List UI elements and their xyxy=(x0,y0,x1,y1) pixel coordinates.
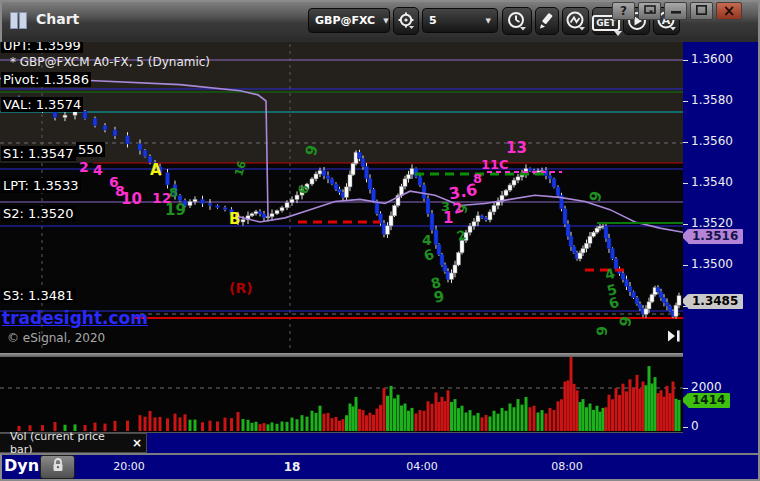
wave-count-annotation: A xyxy=(150,163,162,178)
price-axis-tick xyxy=(683,265,688,266)
pivot-level-label: Pivot: 1.3586 xyxy=(1,72,91,87)
lock-button[interactable] xyxy=(40,455,75,479)
wave-count-annotation: 4 xyxy=(93,163,103,177)
symbol-dropdown[interactable]: GBP@FXC ▼ xyxy=(308,8,390,33)
symbol-dropdown-value: GBP@FXC xyxy=(315,14,375,27)
price-pane: * GBP@FXCM A0-FX, 5 (Dynamic) tradesight… xyxy=(0,42,683,353)
volume-axis-label: 0 xyxy=(691,419,699,433)
interval-dropdown[interactable]: 5 ▼ xyxy=(422,8,498,33)
candlestick-plot xyxy=(0,42,683,353)
volume-axis-tick xyxy=(683,427,688,428)
copyright-text: © eSignal, 2020 xyxy=(7,331,105,345)
badge-arrow xyxy=(683,229,688,243)
watermark-link[interactable]: tradesight.com xyxy=(2,308,148,328)
lock-icon xyxy=(50,457,66,477)
pivot-level-label: UPT: 1.3599 xyxy=(1,42,83,53)
tab-close-icon[interactable]: × xyxy=(132,436,142,450)
price-axis-panel: 1.36001.35801.35601.35401.35201.35001.34… xyxy=(683,42,758,455)
pencil-icon xyxy=(538,12,556,30)
wave-count-annotation: 11C xyxy=(481,158,509,171)
time-axis-label: 20:00 xyxy=(105,460,153,473)
badge-arrow xyxy=(683,393,688,407)
price-axis-label: 1.3520 xyxy=(691,216,733,230)
price-axis-tick xyxy=(683,60,688,61)
wave-count-annotation: B xyxy=(229,212,240,227)
help-icon: ? xyxy=(620,4,627,18)
symbol-title: * GBP@FXCM A0-FX, 5 (Dynamic) xyxy=(10,55,210,69)
time-axis-bar: Dyn 20:001804:0008:00 xyxy=(2,455,758,479)
pivot-level-label: 550 xyxy=(76,142,105,157)
chevron-down-icon: ▼ xyxy=(478,17,491,25)
minimize-icon xyxy=(671,4,681,18)
wave-count-annotation: 10 xyxy=(121,192,142,207)
pivot-level-label: LPT: 1.3533 xyxy=(1,178,81,193)
close-button[interactable]: × xyxy=(716,2,742,20)
price-axis-tick xyxy=(683,101,688,102)
gear-button[interactable] xyxy=(393,7,419,35)
pivot-level-label: S1: 1.3547 xyxy=(1,146,76,161)
volume-plot xyxy=(0,357,683,432)
interval-dropdown-value: 5 xyxy=(429,14,437,27)
price-axis-label: 1.3580 xyxy=(691,93,733,107)
clock-icon xyxy=(506,10,528,32)
maximize-icon xyxy=(696,4,707,18)
line-tools-button[interactable] xyxy=(562,7,589,35)
indicator-tab-row: Vol (current price bar) × xyxy=(0,433,683,453)
help-button[interactable]: ? xyxy=(612,2,635,20)
price-axis-label: 1.3600 xyxy=(691,52,733,66)
skip-to-end-button[interactable] xyxy=(664,328,683,344)
price-axis-label: 1.3560 xyxy=(691,134,733,148)
time-axis-label: 18 xyxy=(268,460,316,474)
zigzag-line-icon xyxy=(565,10,587,32)
price-badge: 1.3516 xyxy=(688,229,743,244)
chevron-down-icon: ▼ xyxy=(375,17,388,25)
time-axis-label: 08:00 xyxy=(543,460,591,473)
price-axis-tick xyxy=(683,142,688,143)
pivot-level-label: S3: 1.3481 xyxy=(1,288,76,303)
wave-count-annotation: 2 xyxy=(79,160,89,174)
badge-arrow xyxy=(683,294,688,308)
dyn-mode-label: Dyn xyxy=(4,456,39,475)
price-badge: 1414 xyxy=(688,393,730,408)
wave-count-annotation: 19 xyxy=(165,203,186,218)
pivot-level-label: S2: 1.3520 xyxy=(1,206,76,221)
maximize-button[interactable] xyxy=(690,2,713,20)
price-axis-label: 1.3540 xyxy=(691,175,733,189)
restore-down-button[interactable] xyxy=(638,2,661,20)
draw-pencil-button[interactable] xyxy=(535,7,559,35)
wave-count-annotation: 8 xyxy=(169,186,178,199)
tab-volume[interactable]: Vol (current price bar) × xyxy=(0,433,147,453)
volume-pane xyxy=(0,357,683,432)
wave-count-annotation: 13 xyxy=(506,141,527,156)
restore-icon xyxy=(644,4,656,18)
close-icon: × xyxy=(723,2,736,20)
gear-icon xyxy=(396,11,416,31)
window-title: Chart xyxy=(36,11,79,27)
price-axis-tick xyxy=(683,224,688,225)
price-axis-tick xyxy=(683,183,688,184)
pivot-level-label: VAL: 1.3574 xyxy=(1,97,83,112)
time-interval-button[interactable] xyxy=(502,7,532,35)
skip-to-end-icon xyxy=(664,328,683,344)
wave-count-annotation: 3.6 xyxy=(448,182,479,203)
volume-axis-tick xyxy=(683,388,688,389)
volume-axis-label: 2000 xyxy=(691,380,722,394)
wave-count-annotation: (R) xyxy=(229,281,253,295)
time-axis-label: 04:00 xyxy=(398,460,446,473)
price-axis-label: 1.3500 xyxy=(691,257,733,271)
wave-count-annotation: 9 xyxy=(594,326,609,337)
price-badge: 1.3485 xyxy=(688,294,743,309)
minimize-button[interactable] xyxy=(664,2,687,20)
wave-count-annotation: 1 xyxy=(443,211,453,226)
chart-app-icon xyxy=(10,12,30,27)
chart-window: Chart GBP@FXC ▼ 5 ▼ xyxy=(0,0,760,481)
